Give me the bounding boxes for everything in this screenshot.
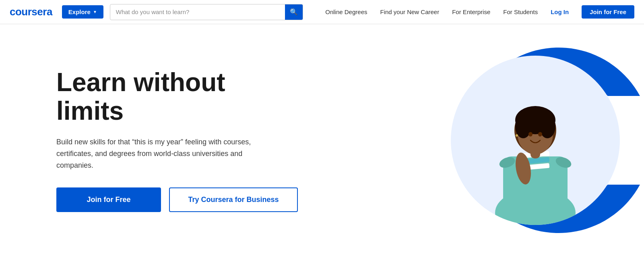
- navbar: coursera Explore ▼ 🔍 Online Degrees Find…: [0, 0, 644, 24]
- hero-section: Learn without limits Build new skills fo…: [0, 24, 644, 256]
- svg-point-14: [516, 134, 518, 137]
- search-icon: 🔍: [290, 8, 298, 16]
- hero-title: Learn without limits: [56, 68, 298, 125]
- nav-links: Online Degrees Find your New Career For …: [310, 5, 634, 19]
- logo[interactable]: coursera: [10, 6, 52, 18]
- explore-button[interactable]: Explore ▼: [62, 5, 103, 19]
- explore-label: Explore: [68, 8, 91, 15]
- hero-content: Learn without limits Build new skills fo…: [56, 68, 298, 212]
- chevron-down-icon: ▼: [93, 10, 97, 14]
- hero-image-area: [411, 24, 644, 256]
- person-image: [451, 56, 620, 225]
- login-link[interactable]: Log In: [551, 8, 569, 15]
- nav-link-enterprise[interactable]: For Enterprise: [452, 8, 490, 15]
- svg-point-12: [528, 132, 533, 136]
- nav-link-find-career[interactable]: Find your New Career: [380, 8, 439, 15]
- search-button[interactable]: 🔍: [285, 4, 303, 20]
- svg-point-13: [538, 132, 542, 136]
- nav-link-online-degrees[interactable]: Online Degrees: [325, 8, 367, 15]
- search-bar: 🔍: [110, 4, 303, 20]
- try-coursera-business-button[interactable]: Try Coursera for Business: [169, 187, 298, 212]
- person-svg: [471, 64, 600, 225]
- logo-text: coursera: [10, 6, 52, 18]
- search-input[interactable]: [110, 8, 285, 15]
- nav-link-students[interactable]: For Students: [503, 8, 538, 15]
- hero-description: Build new skills for that “this is my ye…: [56, 136, 266, 171]
- hero-buttons: Join for Free Try Coursera for Business: [56, 187, 298, 212]
- join-for-free-nav-button[interactable]: Join for Free: [582, 5, 634, 19]
- join-for-free-hero-button[interactable]: Join for Free: [56, 187, 161, 212]
